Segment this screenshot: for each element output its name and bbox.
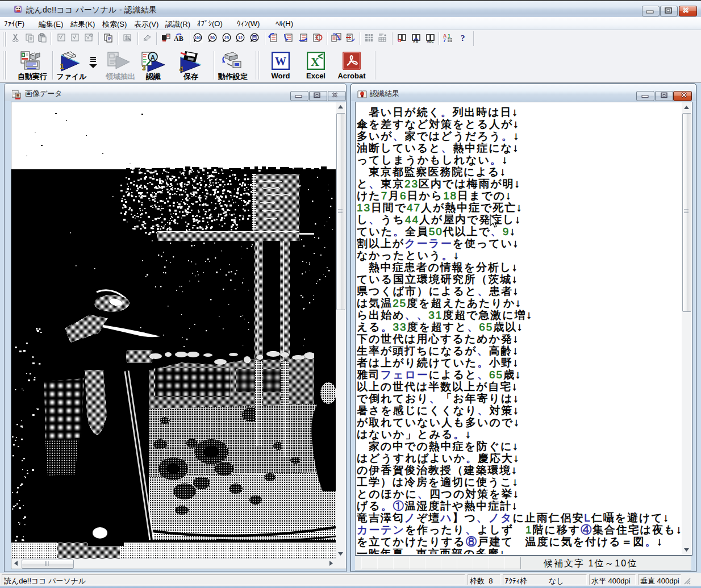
svg-text:AB: AB (174, 35, 183, 43)
svg-text:W: W (275, 55, 286, 68)
svg-text:A: A (151, 54, 155, 61)
svg-text:?: ? (461, 34, 465, 43)
svg-text:100: 100 (195, 36, 201, 40)
svg-text:25: 25 (224, 36, 229, 40)
svg-text:50: 50 (210, 36, 215, 40)
svg-text:A B: A B (413, 40, 418, 43)
svg-text:B: B (399, 39, 401, 43)
svg-text:3: 3 (142, 64, 146, 72)
svg-text:7: 7 (443, 37, 446, 43)
svg-text:1: 1 (448, 33, 450, 39)
svg-text:1: 1 (60, 62, 64, 70)
svg-text:X: X (311, 55, 319, 69)
svg-text:12: 12 (238, 36, 243, 40)
svg-text:ABC: ABC (427, 40, 434, 43)
